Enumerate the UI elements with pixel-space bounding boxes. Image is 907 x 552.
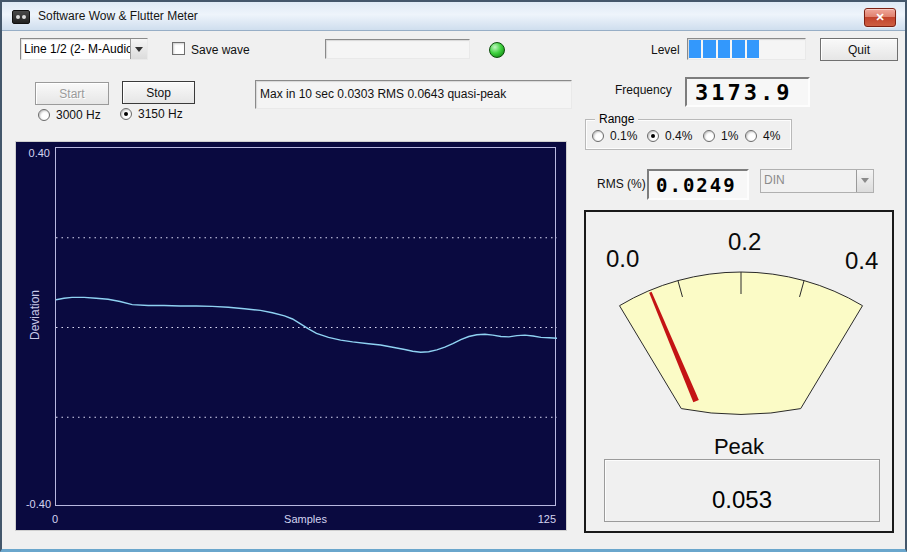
gauge-dial — [586, 212, 892, 442]
weighting-combobox: DIN — [760, 169, 874, 193]
peak-value-box: 0.053 — [604, 459, 880, 522]
radio-3000hz[interactable]: 3000 Hz — [38, 108, 101, 122]
signal-led-indicator — [489, 42, 505, 58]
radio-range-0p4[interactable]: 0.4% — [647, 129, 692, 143]
chevron-down-icon — [856, 170, 873, 192]
y-axis-min-label: -0.40 — [20, 498, 51, 510]
peak-value: 0.053 — [605, 486, 879, 514]
radio-3150hz[interactable]: 3150 Hz — [120, 107, 183, 121]
deviation-plot — [56, 148, 557, 507]
x-axis-max-label: 125 — [514, 513, 556, 525]
radio-range-1[interactable]: 1% — [703, 129, 738, 143]
cassette-app-icon — [12, 10, 30, 24]
radio-range-4[interactable]: 4% — [745, 129, 780, 143]
radio-circle — [647, 130, 659, 142]
radio-circle — [745, 130, 757, 142]
x-axis-title: Samples — [55, 513, 556, 525]
level-label: Level — [651, 43, 680, 57]
deviation-chart-panel: 0.40 -0.40 Deviation 0 Samples 125 — [15, 141, 567, 531]
radio-circle — [592, 130, 604, 142]
radio-circle — [703, 130, 715, 142]
input-device-value: Line 1/2 (2- M-Audio De — [21, 39, 130, 59]
title-bar: Software Wow & Flutter Meter ✕ — [2, 2, 905, 31]
window-title: Software Wow & Flutter Meter — [38, 9, 198, 23]
stop-button[interactable]: Stop — [122, 81, 195, 104]
save-wave-checkbox[interactable] — [172, 42, 185, 55]
quit-button[interactable]: Quit — [820, 38, 898, 61]
chevron-down-icon[interactable] — [130, 39, 147, 59]
close-button[interactable]: ✕ — [864, 8, 896, 27]
frequency-label: Frequency — [615, 83, 672, 97]
y-axis-max-label: 0.40 — [22, 147, 50, 159]
status-text: Max in 10 sec 0.0303 RMS 0.0643 quasi-pe… — [256, 81, 571, 101]
rms-display: 0.0249 — [647, 169, 749, 200]
y-axis-title: Deviation — [28, 290, 42, 340]
radio-circle — [38, 109, 50, 121]
weighting-value: DIN — [761, 170, 856, 192]
level-meter-segments — [689, 40, 802, 58]
radio-circle — [120, 108, 132, 120]
input-device-combobox[interactable]: Line 1/2 (2- M-Audio De — [20, 38, 148, 60]
analog-meter-panel: 0.0 0.2 0.4 Peak 0.053 — [584, 210, 894, 533]
range-group-label: Range — [595, 112, 638, 126]
frequency-display: 3173.9 — [685, 77, 810, 107]
app-window: Software Wow & Flutter Meter ✕ Line 1/2 … — [0, 0, 907, 552]
status-box: Max in 10 sec 0.0303 RMS 0.0643 quasi-pe… — [255, 80, 572, 109]
peak-label: Peak — [586, 434, 892, 460]
radio-range-0p1[interactable]: 0.1% — [592, 129, 637, 143]
wave-file-input[interactable] — [325, 39, 470, 59]
rms-label: RMS (%) — [597, 177, 646, 191]
save-wave-label: Save wave — [191, 43, 250, 57]
start-button[interactable]: Start — [35, 82, 109, 105]
